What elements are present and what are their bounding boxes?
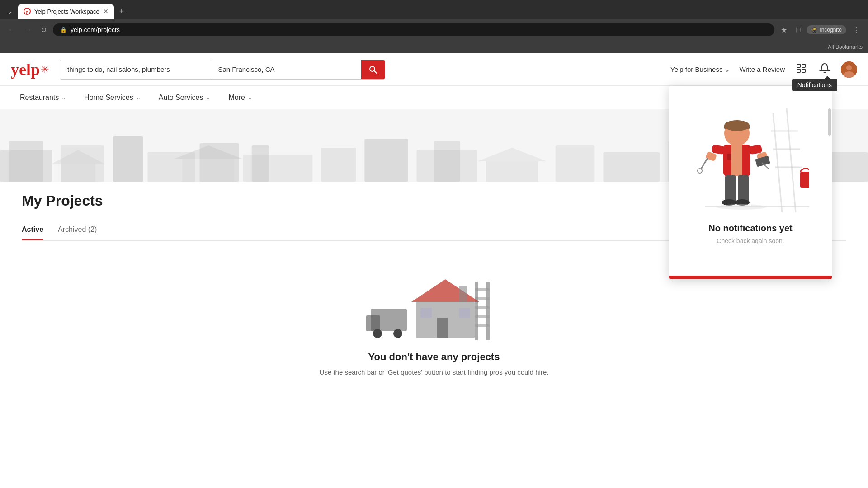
new-tab-button[interactable]: +	[116, 5, 128, 18]
write-review-link[interactable]: Write a Review	[739, 66, 785, 73]
address-text: yelp.com/projects	[71, 26, 767, 33]
bookmark-button[interactable]: ★	[778, 24, 790, 36]
nav-restaurants-label: Restaurants	[20, 94, 59, 102]
svg-rect-65	[749, 145, 763, 155]
svg-rect-73	[800, 172, 809, 188]
notifications-tooltip: Notifications	[792, 79, 837, 91]
bookmarks-bar: All Bookmarks	[0, 41, 868, 53]
svg-rect-42	[475, 297, 490, 300]
tab-archived-label: Archived (2)	[58, 225, 97, 233]
incognito-icon: 🥷	[811, 27, 818, 33]
toolbar-right: ★ □ 🥷 Incognito ⋮	[778, 24, 863, 36]
svg-rect-41	[475, 288, 490, 291]
nav-item-auto-services[interactable]: Auto Services ⌄	[150, 86, 220, 109]
empty-state-illustration	[362, 259, 506, 340]
back-button[interactable]: ←	[5, 24, 18, 36]
svg-marker-46	[411, 279, 479, 302]
browser-chrome: ⌄ y Yelp Projects Workspace ✕ + ← → ↻ 🔒 …	[0, 0, 868, 53]
bookmarks-label: All Bookmarks	[828, 44, 863, 50]
forward-button[interactable]: →	[22, 24, 34, 36]
svg-rect-30	[603, 152, 660, 182]
search-where-input[interactable]	[211, 60, 362, 79]
incognito-badge: 🥷 Incognito	[807, 25, 846, 34]
svg-rect-44	[475, 315, 490, 318]
yelp-logo-burst: ✳	[41, 64, 49, 75]
svg-rect-4	[797, 64, 800, 67]
browser-toolbar: ← → ↻ 🔒 yelp.com/projects ★ □ 🥷 Incognit…	[0, 19, 868, 41]
tab-close-button[interactable]: ✕	[103, 8, 108, 15]
worker-svg	[692, 104, 809, 212]
svg-point-9	[846, 65, 852, 70]
svg-rect-24	[61, 164, 95, 182]
yelp-logo[interactable]: yelp ✳	[11, 60, 49, 79]
address-bar[interactable]: 🔒 yelp.com/projects	[53, 23, 774, 36]
yelp-for-business-text: Yelp for Business	[670, 66, 722, 73]
browser-tab-active[interactable]: y Yelp Projects Workspace ✕	[18, 4, 114, 19]
svg-line-53	[787, 108, 796, 212]
header-right: Yelp for Business ⌄ Write a Review	[670, 61, 857, 78]
split-screen-button[interactable]: □	[793, 24, 803, 36]
notifications-bell-icon[interactable]	[817, 61, 832, 78]
svg-marker-27	[477, 148, 547, 161]
svg-rect-49	[437, 318, 448, 338]
no-notifications-title: No notifications yet	[708, 223, 793, 234]
search-what-input[interactable]	[60, 60, 211, 79]
house-svg	[362, 259, 506, 340]
svg-rect-5	[802, 64, 805, 67]
nav-more-label: More	[228, 94, 245, 102]
tab-active[interactable]: Active	[22, 220, 43, 240]
svg-text:y: y	[26, 9, 28, 14]
tab-group-arrow[interactable]: ⌄	[4, 6, 16, 17]
search-bar	[60, 60, 385, 80]
svg-line-3	[374, 70, 377, 73]
svg-rect-48	[459, 286, 467, 302]
svg-line-52	[773, 113, 782, 212]
svg-rect-29	[556, 145, 594, 182]
nav-item-home-services[interactable]: Home Services ⌄	[75, 86, 149, 109]
menu-button[interactable]: ⋮	[850, 24, 863, 36]
svg-rect-50	[420, 308, 432, 318]
nav-item-restaurants[interactable]: Restaurants ⌄	[11, 86, 75, 109]
svg-rect-18	[252, 145, 269, 182]
svg-rect-20	[364, 139, 408, 182]
svg-rect-36	[366, 315, 380, 331]
tab-archived[interactable]: Archived (2)	[58, 220, 97, 240]
search-button[interactable]	[361, 60, 385, 79]
empty-state-title: You don't have any projects	[368, 351, 500, 363]
nav-auto-services-chevron: ⌄	[206, 94, 210, 101]
svg-rect-45	[475, 324, 490, 327]
nav-home-services-chevron: ⌄	[136, 94, 141, 101]
yelp-for-business-chevron: ⌄	[724, 66, 730, 74]
svg-rect-70	[738, 175, 749, 202]
tab-active-label: Active	[22, 225, 43, 233]
yelp-for-business-link[interactable]: Yelp for Business ⌄	[670, 66, 730, 74]
svg-rect-62	[731, 145, 742, 176]
notifications-panel-footer	[669, 276, 832, 279]
svg-point-75	[698, 169, 702, 173]
tab-title: Yelp Projects Workspace	[34, 8, 99, 15]
svg-point-37	[373, 329, 382, 338]
user-avatar[interactable]	[841, 61, 857, 78]
nav-item-more[interactable]: More ⌄	[219, 86, 261, 109]
no-notifications-desc: Check back again soon.	[717, 237, 784, 244]
lock-icon: 🔒	[60, 27, 67, 33]
yelp-header: yelp ✳ Yelp for Business ⌄ Write a Revie…	[0, 53, 868, 86]
svg-rect-28	[486, 161, 538, 182]
panel-scrollbar[interactable]	[828, 108, 831, 136]
svg-rect-69	[725, 175, 736, 202]
search-icon	[368, 65, 377, 74]
svg-rect-6	[797, 69, 800, 72]
svg-rect-14	[113, 136, 143, 182]
nav-more-chevron: ⌄	[248, 94, 252, 101]
nav-auto-services-label: Auto Services	[159, 94, 203, 102]
svg-line-74	[701, 158, 708, 169]
projects-icon[interactable]	[794, 61, 808, 78]
svg-point-77	[717, 204, 766, 210]
tab-favicon: y	[24, 8, 31, 15]
svg-rect-63	[712, 145, 726, 155]
yelp-page: yelp ✳ Yelp for Business ⌄ Write a Revie…	[0, 53, 868, 488]
refresh-button[interactable]: ↻	[38, 24, 49, 36]
notifications-illustration	[692, 104, 809, 212]
svg-rect-26	[182, 159, 234, 182]
nav-restaurants-chevron: ⌄	[61, 94, 66, 101]
